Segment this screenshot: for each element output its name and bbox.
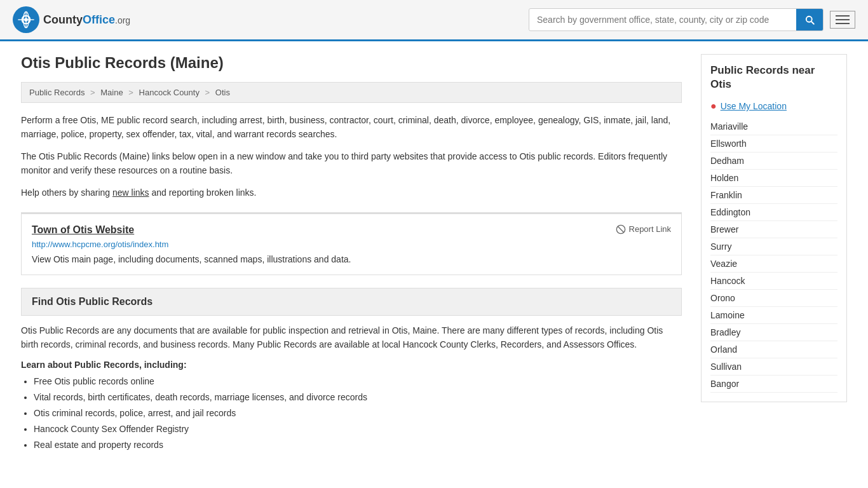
nearby-item-sullivan: Sullivan (710, 358, 837, 376)
breadcrumb-sep: > (128, 88, 133, 97)
resource-header: Town of Otis Website Report Link (32, 224, 671, 240)
search-input[interactable] (529, 10, 796, 30)
nearby-list: Mariaville Ellsworth Dedham Holden Frank… (710, 118, 837, 393)
list-item: Free Otis public records online (34, 375, 682, 388)
main-wrapper: Otis Public Records (Maine) Public Recor… (8, 41, 860, 467)
list-item: Real estate and property records (34, 438, 682, 452)
description-para3-suffix: and reporting broken links. (149, 187, 257, 198)
resource-title[interactable]: Town of Otis Website (32, 224, 134, 236)
list-item: Vital records, birth certificates, death… (34, 391, 682, 404)
find-section-header: Find Otis Public Records (21, 288, 682, 316)
find-title: Find Otis Public Records (32, 296, 671, 308)
search-button[interactable] (796, 9, 823, 30)
page-title: Otis Public Records (Maine) (21, 54, 682, 72)
nearby-item-dedham: Dedham (710, 152, 837, 170)
menu-line (836, 23, 850, 24)
logo-text: CountyOffice.org (43, 13, 130, 27)
breadcrumb-hancock[interactable]: Hancock County (139, 88, 200, 97)
menu-line (836, 19, 850, 20)
site-header: CountyOffice.org (0, 0, 868, 41)
search-icon (804, 14, 815, 25)
location-pin-icon: ● (710, 100, 717, 112)
nearby-item-eddington: Eddington (710, 204, 837, 221)
find-body: Otis Public Records are any documents th… (21, 323, 682, 352)
sidebar: Public Records near Otis ● Use My Locati… (701, 54, 847, 454)
content-area: Otis Public Records (Maine) Public Recor… (21, 54, 682, 454)
nearby-item-bradley: Bradley (710, 324, 837, 341)
use-location-link[interactable]: Use My Location (721, 101, 787, 111)
logo: CountyOffice.org (13, 6, 130, 33)
sidebar-box: Public Records near Otis ● Use My Locati… (701, 54, 847, 402)
learn-title: Learn about Public Records, including: (21, 360, 682, 370)
use-location: ● Use My Location (710, 100, 837, 112)
nearby-item-brewer: Brewer (710, 221, 837, 238)
svg-line-7 (618, 226, 623, 232)
nearby-item-bangor: Bangor (710, 376, 837, 393)
report-icon (616, 224, 626, 234)
nearby-item-veazie: Veazie (710, 255, 837, 273)
nearby-item-mariaville: Mariaville (710, 118, 837, 135)
description-para1: Perform a free Otis, ME public record se… (21, 113, 682, 142)
breadcrumb: Public Records > Maine > Hancock County … (21, 82, 682, 103)
breadcrumb-sep: > (205, 88, 210, 97)
report-link-label: Report Link (629, 224, 671, 234)
nearby-item-orono: Orono (710, 290, 837, 307)
breadcrumb-public-records[interactable]: Public Records (29, 88, 85, 97)
resource-url[interactable]: http://www.hcpcme.org/otis/index.htm (32, 240, 671, 249)
breadcrumb-sep: > (90, 88, 95, 97)
resource-description: View Otis main page, including documents… (32, 254, 671, 264)
nearby-item-ellsworth: Ellsworth (710, 135, 837, 152)
description-para3: Help others by sharing new links and rep… (21, 186, 682, 200)
nearby-item-holden: Holden (710, 170, 837, 187)
nearby-item-surry: Surry (710, 238, 837, 255)
description-para2: The Otis Public Records (Maine) links be… (21, 149, 682, 178)
menu-button[interactable] (830, 11, 855, 29)
svg-point-5 (24, 18, 28, 22)
list-item: Otis criminal records, police, arrest, a… (34, 407, 682, 420)
header-controls (529, 8, 855, 31)
breadcrumb-otis[interactable]: Otis (215, 88, 230, 97)
menu-line (836, 15, 850, 17)
new-links-link[interactable]: new links (112, 187, 149, 198)
records-list: Free Otis public records online Vital re… (21, 375, 682, 452)
search-bar (529, 8, 824, 31)
nearby-item-orland: Orland (710, 341, 837, 358)
description-para3-prefix: Help others by sharing (21, 187, 112, 198)
logo-icon (13, 6, 39, 33)
breadcrumb-maine[interactable]: Maine (100, 88, 123, 97)
nearby-item-hancock: Hancock (710, 273, 837, 290)
report-link[interactable]: Report Link (616, 224, 671, 234)
list-item: Hancock County Sex Offender Registry (34, 423, 682, 436)
resource-card: Town of Otis Website Report Link http://… (21, 212, 682, 275)
sidebar-title: Public Records near Otis (710, 64, 837, 92)
nearby-item-lamoine: Lamoine (710, 307, 837, 324)
nearby-item-franklin: Franklin (710, 187, 837, 204)
